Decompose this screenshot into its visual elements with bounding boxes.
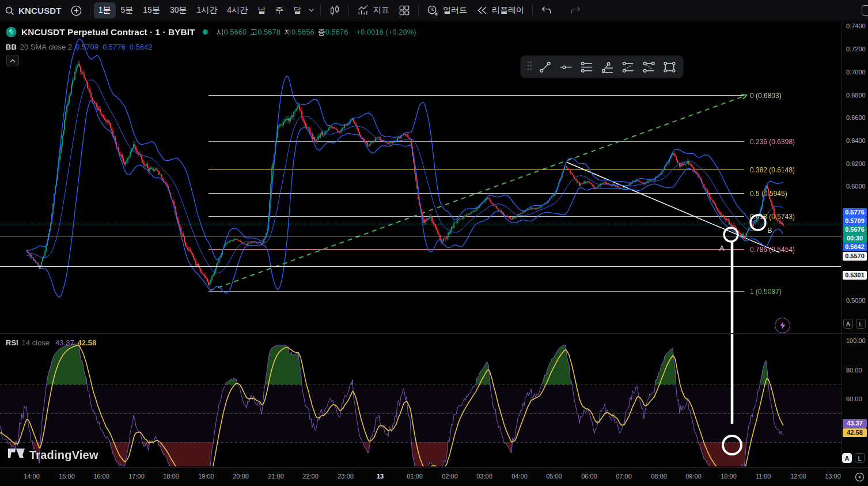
axis-tick: 0.6200 — [846, 160, 866, 167]
indicators-icon — [357, 5, 369, 16]
time-label: 22:00 — [302, 473, 319, 480]
axis-tick: 0.7400 — [846, 22, 866, 29]
time-label: 13:00 — [825, 473, 841, 480]
alert-label: 얼러트 — [443, 5, 467, 16]
bb-indicator-legend[interactable]: BB 20 SMA close 2 0.57090.57760.5642 — [6, 43, 156, 51]
axis-tick: 0.6600 — [846, 114, 866, 121]
chart-canvas[interactable] — [0, 0, 841, 486]
undo-icon — [541, 6, 552, 15]
ohlc-values: 시0.5660고0.5678저0.5656종0.5676 — [216, 27, 351, 37]
search-icon — [5, 6, 14, 16]
toolbar-divider — [532, 4, 533, 17]
bb-values: 0.57090.57760.5642 — [75, 43, 156, 51]
redo-button[interactable] — [565, 2, 586, 18]
pane-divider[interactable] — [0, 333, 868, 334]
timeframe-30분[interactable]: 30분 — [165, 2, 192, 18]
time-label: 16:00 — [93, 473, 109, 480]
log-scale-button[interactable]: L — [855, 453, 865, 463]
tradingview-logo-text: TradingView — [29, 449, 98, 462]
time-label: 11:00 — [756, 473, 771, 480]
timeframe-5분[interactable]: 5분 — [116, 2, 138, 18]
chevron-up-icon — [10, 59, 16, 63]
fib-retracement-tool[interactable] — [576, 57, 597, 77]
axis-tick: 0.7200 — [846, 46, 866, 52]
time-label: 01:00 — [407, 473, 423, 480]
market-status-dot[interactable] — [203, 29, 208, 35]
chart-title[interactable]: KNCUSDT Perpetual Contract · 1 · BYBIT — [21, 27, 195, 37]
time-label: 10:00 — [721, 473, 737, 480]
timezone-gear-icon[interactable] — [854, 472, 865, 483]
lightning-icon — [779, 321, 786, 330]
axis-tick: 60.00 — [846, 395, 862, 402]
toolbar-divider — [348, 4, 349, 17]
layout-templates-button[interactable] — [394, 1, 415, 20]
trend-fib-tool[interactable] — [597, 57, 617, 77]
bb-params: 20 SMA close 2 — [20, 43, 72, 51]
rsi-name: RSI — [6, 338, 18, 347]
auto-scale-button[interactable]: A — [842, 453, 852, 463]
symbol-search-button[interactable]: KNCUSDT — [0, 2, 66, 19]
chevron-down-icon — [308, 8, 314, 13]
rsi-ma-value: 42.58 — [78, 338, 97, 347]
indicators-button[interactable]: 지표 — [352, 1, 394, 20]
price-label-42.58: 42.58 — [843, 428, 867, 437]
drag-handle[interactable] — [524, 61, 535, 73]
chart-type-button[interactable] — [324, 1, 345, 20]
axis-tick: 0.6000 — [846, 183, 866, 190]
symbol-text: KNCUSDT — [18, 6, 62, 16]
auto-scale-button[interactable]: A — [843, 319, 853, 329]
knc-symbol-logo — [6, 27, 17, 37]
time-label: 13 — [377, 473, 384, 480]
rectangle-tool[interactable] — [659, 57, 680, 77]
time-label: 07:00 — [616, 473, 632, 480]
timeframe-group: 1분5분15분30분1시간4시간날주달 — [94, 2, 306, 18]
top-toolbar: KNCUSDT 1분5분15분30분1시간4시간날주달 — [0, 0, 868, 21]
log-scale-button[interactable]: L — [856, 319, 866, 329]
undo-button[interactable] — [536, 2, 557, 18]
layout-grid-icon — [399, 5, 410, 16]
timeframe-menu-button[interactable] — [306, 5, 317, 16]
bb-value: 0.5776 — [103, 43, 126, 51]
alert-button[interactable]: 얼러트 — [422, 1, 472, 20]
axis-tick: 0.6400 — [846, 137, 866, 144]
ohlc-고: 고0.5678 — [250, 27, 281, 37]
fib-extension-tool[interactable] — [617, 57, 638, 77]
ohlc-시: 시0.5660 — [216, 27, 247, 37]
toolbar-divider — [320, 4, 321, 17]
timeframe-1분[interactable]: 1분 — [94, 2, 116, 18]
horizontal-line-tool[interactable] — [555, 57, 576, 77]
trend-line-tool[interactable] — [535, 57, 555, 77]
replay-icon — [476, 5, 488, 16]
time-label: 23:00 — [338, 473, 354, 480]
timeframe-1시간[interactable]: 1시간 — [192, 2, 222, 18]
timeframe-15분[interactable]: 15분 — [138, 2, 165, 18]
plus-circle-icon — [71, 5, 82, 16]
time-label: 18:00 — [163, 473, 179, 480]
axis-tick: 0.7000 — [846, 69, 866, 76]
price-label-0.5709: 0.5709 — [843, 217, 867, 225]
ohlc-종: 종0.5676 — [318, 27, 348, 37]
fib-channel-tool[interactable] — [638, 57, 659, 77]
timeframe-4시간[interactable]: 4시간 — [222, 2, 252, 18]
timeframe-주[interactable]: 주 — [271, 2, 288, 18]
price-axis[interactable]: 0.74000.72000.70000.68000.66000.64000.62… — [842, 21, 868, 467]
price-label-43.37: 43.37 — [843, 419, 867, 428]
rsi-params: 14 close — [22, 338, 50, 347]
timeframe-달[interactable]: 달 — [289, 2, 306, 18]
toolbar-corner-button[interactable] — [862, 5, 868, 16]
price-label-0.5676: 0.5676 — [843, 225, 867, 234]
time-axis[interactable]: 14:0015:0016:0017:0018:0019:0020:0021:00… — [0, 467, 868, 486]
collapse-pane-button[interactable] — [6, 55, 19, 66]
time-label: 09:00 — [685, 473, 702, 480]
compare-add-button[interactable] — [66, 2, 86, 20]
time-label: 08:00 — [651, 473, 667, 480]
time-label: 20:00 — [233, 473, 249, 480]
tradingview-logo[interactable]: TradingView — [8, 449, 98, 462]
time-label: 12:00 — [790, 473, 806, 480]
redo-icon — [570, 6, 581, 15]
time-label: 03:00 — [476, 473, 492, 480]
lightning-button[interactable] — [775, 318, 790, 333]
timeframe-날[interactable]: 날 — [253, 2, 270, 18]
replay-button[interactable]: 리플레이 — [472, 2, 529, 19]
rsi-indicator-legend[interactable]: RSI 14 close 43.37 42.58 — [6, 338, 96, 347]
